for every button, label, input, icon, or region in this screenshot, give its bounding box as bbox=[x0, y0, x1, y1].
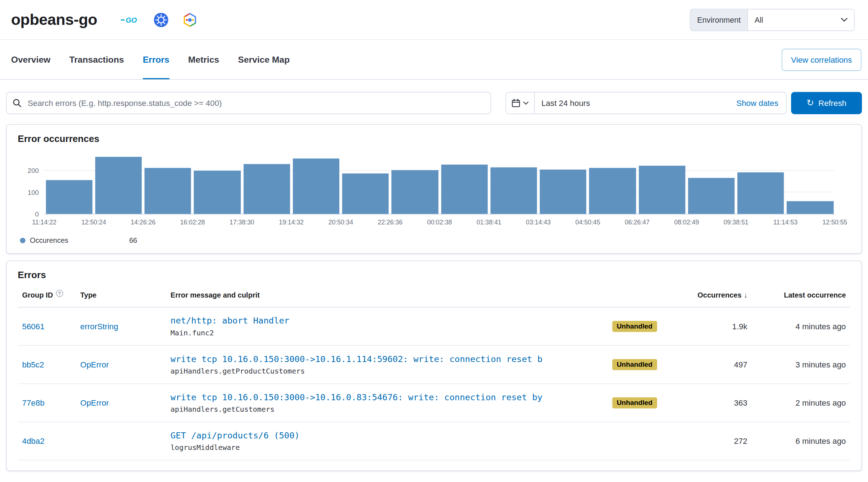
error-group-id-link[interactable]: 4dba2 bbox=[22, 437, 45, 446]
error-group-id-link[interactable]: 77e8b bbox=[22, 398, 45, 407]
cell-latest-occurrence: 4 minutes ago bbox=[752, 322, 850, 331]
occurrences-bar[interactable] bbox=[441, 165, 488, 214]
date-quick-select-button[interactable] bbox=[506, 93, 535, 113]
occurrences-bar[interactable] bbox=[638, 166, 685, 214]
col-group-id[interactable]: Group ID ? bbox=[18, 291, 76, 299]
environment-select[interactable]: Environment All bbox=[690, 9, 855, 31]
panel-title: Error occurrences bbox=[18, 134, 850, 145]
col-group-id-label: Group ID bbox=[22, 291, 53, 299]
cell-handled: Unhandled bbox=[608, 397, 691, 409]
occurrences-bar[interactable] bbox=[95, 157, 142, 214]
occurrences-chart: 0100200 11:14:2212:50:2414:26:2616:02:28… bbox=[18, 153, 850, 231]
search-icon bbox=[13, 99, 22, 108]
occurrences-bar[interactable] bbox=[787, 201, 833, 214]
error-row: 4dba2GET /api/products/6 (500)logrusMidd… bbox=[18, 422, 850, 460]
error-group-id-link[interactable]: 56061 bbox=[22, 322, 45, 331]
environment-label: Environment bbox=[691, 9, 748, 30]
tab-overview[interactable]: Overview bbox=[11, 40, 50, 79]
search-box bbox=[6, 92, 491, 114]
cell-occurrences: 1.9k bbox=[691, 322, 752, 331]
col-latest[interactable]: Latest occurrence bbox=[752, 291, 850, 299]
error-row: bb5c2OpErrorwrite tcp 10.16.0.150:3000->… bbox=[18, 346, 850, 384]
cell-message: net/http: abort HandlerMain.func2 bbox=[166, 316, 608, 337]
tab-metrics[interactable]: Metrics bbox=[188, 40, 219, 79]
cell-occurrences: 497 bbox=[691, 360, 752, 369]
error-type-link[interactable]: OpError bbox=[80, 398, 109, 407]
panel-title: Errors bbox=[18, 270, 850, 281]
page-content: Last 24 hours Show dates ↻ Refresh Error… bbox=[0, 80, 868, 471]
x-tick-label: 11:14:22 bbox=[32, 219, 56, 226]
x-tick-label: 22:26:36 bbox=[378, 219, 403, 226]
time-range-label[interactable]: Last 24 hours bbox=[535, 99, 736, 108]
cell-handled: Unhandled bbox=[608, 321, 691, 332]
refresh-button[interactable]: ↻ Refresh bbox=[791, 92, 862, 114]
x-tick-label: 03:14:43 bbox=[526, 219, 551, 226]
tab-transactions[interactable]: Transactions bbox=[69, 40, 124, 79]
cell-message: write tcp 10.16.0.150:3000->10.16.1.114:… bbox=[166, 354, 608, 375]
error-message-link[interactable]: net/http: abort Handler bbox=[171, 316, 603, 326]
error-occurrences-panel: Error occurrences 0100200 11:14:2212:50:… bbox=[6, 124, 862, 254]
occurrences-bar[interactable] bbox=[392, 170, 438, 214]
col-type[interactable]: Type bbox=[76, 291, 166, 299]
chevron-down-icon bbox=[523, 102, 529, 105]
error-type-link[interactable]: OpError bbox=[80, 360, 109, 369]
cell-type: OpError bbox=[76, 360, 166, 369]
x-tick-label: 12:50:55 bbox=[822, 219, 847, 226]
x-tick-label: 08:02:49 bbox=[674, 219, 699, 226]
legend-value: 66 bbox=[129, 236, 137, 244]
cell-occurrences: 363 bbox=[691, 398, 752, 407]
cell-latest-occurrence: 3 minutes ago bbox=[752, 360, 850, 369]
error-row: 77e8bOpErrorwrite tcp 10.16.0.150:3000->… bbox=[18, 384, 850, 422]
toolbar: Last 24 hours Show dates ↻ Refresh bbox=[6, 92, 862, 114]
error-message-link[interactable]: GET /api/products/6 (500) bbox=[171, 430, 603, 441]
col-message[interactable]: Error message and culprit bbox=[166, 291, 608, 299]
refresh-icon: ↻ bbox=[806, 99, 814, 108]
y-tick-label: 200 bbox=[28, 167, 39, 175]
occurrences-bar[interactable] bbox=[490, 167, 537, 214]
cell-latest-occurrence: 2 minutes ago bbox=[752, 398, 850, 407]
col-occurrences-label: Occurrences bbox=[697, 291, 741, 299]
refresh-label: Refresh bbox=[818, 99, 846, 108]
unhandled-badge: Unhandled bbox=[612, 321, 657, 332]
show-dates-link[interactable]: Show dates bbox=[736, 99, 786, 108]
tab-errors[interactable]: Errors bbox=[143, 40, 169, 79]
occurrences-bar[interactable] bbox=[243, 164, 290, 214]
cell-group-id: bb5c2 bbox=[18, 360, 76, 369]
occurrences-bar[interactable] bbox=[194, 171, 241, 214]
error-type-link[interactable]: errorString bbox=[80, 322, 118, 331]
kubernetes-icon bbox=[154, 13, 168, 27]
occurrences-bar[interactable] bbox=[46, 180, 92, 214]
error-message-link[interactable]: write tcp 10.16.0.150:3000->10.16.1.114:… bbox=[171, 354, 603, 364]
chart-legend[interactable]: Occurences 66 bbox=[20, 236, 850, 244]
search-errors-input[interactable] bbox=[6, 92, 491, 114]
occurrences-bar[interactable] bbox=[540, 169, 587, 214]
cell-latest-occurrence: 6 minutes ago bbox=[752, 437, 850, 446]
cell-type: errorString bbox=[76, 322, 166, 331]
occurrences-bar[interactable] bbox=[293, 158, 339, 214]
x-tick-label: 09:38:51 bbox=[724, 219, 749, 226]
service-tabs: Overview Transactions Errors Metrics Ser… bbox=[0, 40, 868, 80]
error-group-id-link[interactable]: bb5c2 bbox=[22, 360, 44, 369]
x-tick-label: 11:14:53 bbox=[773, 219, 798, 226]
cell-group-id: 56061 bbox=[18, 322, 76, 331]
error-message-link[interactable]: write tcp 10.16.0.150:3000->10.16.0.83:5… bbox=[171, 392, 603, 402]
chart-bars bbox=[44, 153, 835, 214]
x-tick-label: 12:50:24 bbox=[81, 219, 106, 226]
occurrences-bar[interactable] bbox=[342, 173, 389, 214]
x-tick-label: 14:26:26 bbox=[131, 219, 155, 226]
occurrences-bar[interactable] bbox=[144, 168, 191, 214]
chart-x-axis: 11:14:2212:50:2414:26:2616:02:2817:38:30… bbox=[44, 217, 835, 231]
tab-service-map[interactable]: Service Map bbox=[238, 40, 290, 79]
col-occurrences[interactable]: Occurrences ↓ bbox=[691, 291, 752, 299]
date-picker: Last 24 hours Show dates bbox=[505, 92, 786, 114]
x-tick-label: 17:38:30 bbox=[230, 219, 254, 226]
cell-handled: Unhandled bbox=[608, 359, 691, 370]
cell-type: OpError bbox=[76, 398, 166, 407]
view-correlations-button[interactable]: View correlations bbox=[782, 49, 862, 71]
agent-icons: GO bbox=[121, 13, 197, 27]
occurrences-bar[interactable] bbox=[589, 168, 636, 214]
occurrences-bar[interactable] bbox=[688, 178, 735, 214]
environment-value: All bbox=[748, 9, 841, 30]
occurrences-bar[interactable] bbox=[737, 173, 784, 214]
cell-group-id: 77e8b bbox=[18, 398, 76, 407]
